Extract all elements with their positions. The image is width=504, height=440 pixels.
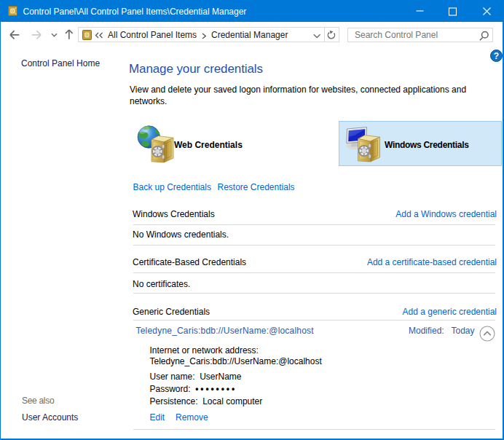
svg-text:?: ? <box>494 50 499 60</box>
